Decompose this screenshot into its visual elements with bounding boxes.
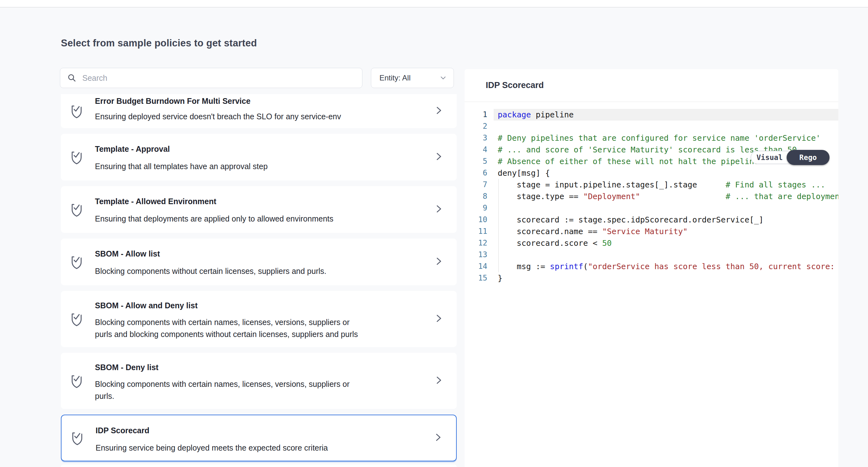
policy-shield-check-icon: [70, 312, 84, 327]
policy-shield-check-icon: [70, 202, 84, 217]
indent-guide: [498, 249, 499, 261]
panel-title: IDP Scorecard: [486, 81, 544, 90]
toggle-rego-button[interactable]: Rego: [786, 150, 830, 165]
line-number: 14: [465, 261, 487, 272]
policy-shield-check-icon: [70, 150, 84, 165]
policy-shield-check-icon: [70, 104, 84, 119]
code-line-13: 13: [465, 249, 838, 261]
line-number: 1: [465, 109, 487, 120]
line-number: 11: [465, 226, 487, 237]
panel-divider: [465, 101, 838, 102]
policy-card-description: Blocking components with certain names, …: [95, 316, 358, 340]
policy-card-description: Blocking components with certain names, …: [95, 378, 349, 402]
policy-card-4[interactable]: SBOM - Allow and Deny listBlocking compo…: [61, 291, 457, 347]
code-line-12: 12 scorecard.score < 50: [465, 237, 838, 249]
page-title: Select from sample policies to get start…: [61, 37, 257, 49]
policy-card-title: SBOM - Allow list: [95, 249, 160, 258]
visual-rego-toggle: Visual Rego: [751, 151, 829, 164]
chevron-right-icon: [434, 204, 443, 215]
chevron-down-icon: [439, 74, 447, 82]
rego-code-editor[interactable]: Visual Rego 1package pipeline23# Deny pi…: [465, 109, 838, 467]
policy-card-6[interactable]: IDP ScorecardEnsuring service being depl…: [61, 415, 457, 461]
policy-card-title: Error Budget Burndown For Multi Service: [95, 96, 250, 106]
top-bar: [0, 0, 868, 7]
code-line-7: 7 stage = input.pipeline.stages[_].stage…: [465, 179, 838, 191]
line-number: 6: [465, 167, 487, 179]
code-line-8: 8 stage.type == "Deployment" # ... that …: [465, 191, 838, 202]
entity-filter-dropdown[interactable]: Entity: All: [371, 68, 454, 88]
line-number: 7: [465, 179, 487, 191]
policy-card-3[interactable]: SBOM - Allow listBlocking components wit…: [61, 238, 457, 285]
code-line-2: 2: [465, 120, 838, 132]
policy-card-1[interactable]: Template - ApprovalEnsuring that all tem…: [61, 134, 457, 180]
chevron-right-icon: [434, 151, 443, 163]
code-line-14: 14 msg := sprintf("orderService has scor…: [465, 261, 838, 272]
toggle-visual-button[interactable]: Visual: [751, 151, 788, 164]
policy-card-description: Ensuring deployed service doesn't breach…: [95, 111, 341, 122]
line-number: 10: [465, 214, 487, 226]
policy-card-description: Blocking components without certain lice…: [95, 265, 327, 277]
policy-card-2[interactable]: Template - Allowed EnvironmentEnsuring t…: [61, 186, 457, 233]
line-number: 15: [465, 272, 487, 284]
search-input[interactable]: [82, 73, 362, 83]
code-line-1: 1package pipeline: [465, 109, 838, 120]
line-number: 9: [465, 202, 487, 214]
code-text: msg := sprintf("orderService has score l…: [498, 261, 838, 272]
policy-card-title: SBOM - Deny list: [95, 363, 158, 372]
chevron-right-icon: [434, 313, 443, 325]
code-line-15: 15}: [465, 272, 838, 284]
policy-detail-panel: IDP Scorecard Visual Rego 1package pipel…: [465, 69, 838, 467]
chevron-right-icon: [434, 256, 443, 268]
line-number: 8: [465, 191, 487, 202]
line-number: 13: [465, 249, 487, 261]
chevron-right-icon: [433, 432, 443, 444]
policy-card-0[interactable]: Error Budget Burndown For Multi ServiceE…: [61, 94, 457, 128]
code-text: }: [498, 272, 502, 284]
code-text: scorecard.name == "Service Maturity": [498, 226, 688, 237]
search-icon: [67, 73, 76, 83]
indent-guide: [498, 202, 499, 214]
policy-card-description: Ensuring that all templates have an appr…: [95, 160, 268, 172]
chevron-right-icon: [434, 105, 443, 117]
next-policy-card-partial: [61, 465, 457, 467]
line-number: 3: [465, 132, 487, 144]
policy-card-title: IDP Scorecard: [96, 426, 149, 435]
policy-search[interactable]: [60, 68, 363, 88]
entity-filter-label: Entity: All: [379, 74, 411, 82]
code-text: scorecard := stage.spec.idpScorecard.ord…: [498, 214, 764, 226]
policy-card-title: Template - Allowed Environment: [95, 197, 216, 206]
code-text: stage = input.pipeline.stages[_].stage #…: [498, 179, 826, 191]
policy-shield-check-icon: [70, 373, 84, 388]
code-line-3: 3# Deny pipelines that are configured fo…: [465, 132, 838, 144]
code-text: stage.type == "Deployment" # ... that ar…: [498, 191, 838, 202]
policy-card-title: Template - Approval: [95, 145, 170, 154]
line-number: 2: [465, 120, 487, 132]
code-line-6: 6deny[msg] {: [465, 167, 838, 179]
chevron-right-icon: [434, 375, 443, 387]
policy-card-title: SBOM - Allow and Deny list: [95, 301, 198, 310]
policy-card-description: Ensuring service being deployed meets th…: [96, 442, 328, 454]
code-text: # Deny pipelines that are configured for…: [498, 132, 821, 144]
code-line-11: 11 scorecard.name == "Service Maturity": [465, 226, 838, 237]
code-text: package pipeline: [498, 109, 574, 120]
policy-card-description: Ensuring that deployments are applied on…: [95, 213, 333, 225]
policy-shield-check-icon: [70, 430, 84, 445]
code-line-9: 9: [465, 202, 838, 214]
line-number: 4: [465, 144, 487, 155]
line-number: 5: [465, 155, 487, 167]
code-line-10: 10 scorecard := stage.spec.idpScorecard.…: [465, 214, 838, 226]
code-text: deny[msg] {: [498, 167, 550, 179]
line-number: 12: [465, 237, 487, 249]
policy-shield-check-icon: [70, 254, 84, 269]
code-text: scorecard.score < 50: [498, 237, 612, 249]
policy-card-5[interactable]: SBOM - Deny listBlocking components with…: [61, 353, 457, 409]
